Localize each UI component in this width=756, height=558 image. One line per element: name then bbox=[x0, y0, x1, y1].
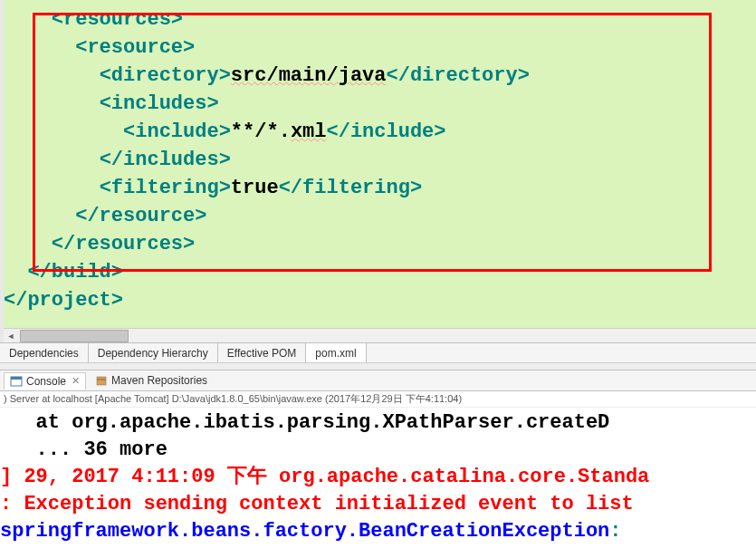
close-icon[interactable]: ✕ bbox=[72, 375, 80, 387]
code-line: <filtering>true</filtering> bbox=[4, 174, 756, 202]
svg-rect-1 bbox=[11, 377, 22, 380]
console-line: : Exception sending context initialized … bbox=[0, 491, 756, 518]
code-line: <includes> bbox=[4, 90, 756, 118]
code-line: </resources> bbox=[4, 230, 756, 258]
horizontal-scrollbar[interactable]: ◄ bbox=[4, 328, 756, 342]
code-line: <resources> bbox=[4, 5, 756, 34]
code-line: <include>**/*.xml</include> bbox=[4, 118, 756, 146]
console-line: at org.apache.ibatis.parsing.XPathParser… bbox=[0, 409, 756, 437]
code-line: </includes> bbox=[4, 146, 756, 174]
code-line: <directory>src/main/java</directory> bbox=[4, 62, 756, 90]
svg-rect-2 bbox=[97, 377, 106, 385]
maven-icon bbox=[95, 374, 108, 387]
pom-tab-pomxml[interactable]: pom.xml bbox=[306, 343, 366, 362]
view-separator bbox=[0, 362, 756, 370]
scroll-thumb[interactable] bbox=[20, 330, 129, 342]
console-line: ... 36 more bbox=[0, 437, 756, 464]
console-line: ] 29, 2017 4:11:09 下午 org.apache.catalin… bbox=[0, 464, 756, 491]
maven-tab-label: Maven Repositories bbox=[111, 374, 207, 387]
maven-repositories-view-tab[interactable]: Maven Repositories bbox=[90, 372, 213, 389]
code-line: </build> bbox=[4, 258, 756, 286]
bottom-views-bar: Console ✕ Maven Repositories bbox=[0, 370, 756, 391]
console-line: springframework.beans.factory.BeanCreati… bbox=[0, 518, 756, 545]
xml-code-content: <resources> <resource> <directory>src/ma… bbox=[4, 0, 756, 314]
scroll-left-arrow[interactable]: ◄ bbox=[4, 329, 18, 343]
console-output[interactable]: at org.apache.ibatis.parsing.XPathParser… bbox=[0, 408, 756, 558]
pom-tab-dependencies[interactable]: Dependencies bbox=[0, 343, 89, 362]
console-view-tab[interactable]: Console ✕ bbox=[4, 372, 86, 390]
code-line: <resource> bbox=[4, 34, 756, 62]
pom-tab-effective-pom[interactable]: Effective POM bbox=[218, 343, 306, 362]
console-icon bbox=[10, 375, 23, 388]
pom-tab-dependency-hierarchy[interactable]: Dependency Hierarchy bbox=[89, 343, 218, 362]
pom-editor-tabs: DependenciesDependency HierarchyEffectiv… bbox=[0, 342, 756, 362]
console-process-description: ) Server at localhost [Apache Tomcat] D:… bbox=[0, 391, 756, 408]
code-line: </project> bbox=[4, 286, 756, 314]
xml-editor-pane[interactable]: <resources> <resource> <directory>src/ma… bbox=[0, 0, 756, 342]
code-line: </resource> bbox=[4, 202, 756, 230]
console-tab-label: Console bbox=[26, 375, 66, 388]
